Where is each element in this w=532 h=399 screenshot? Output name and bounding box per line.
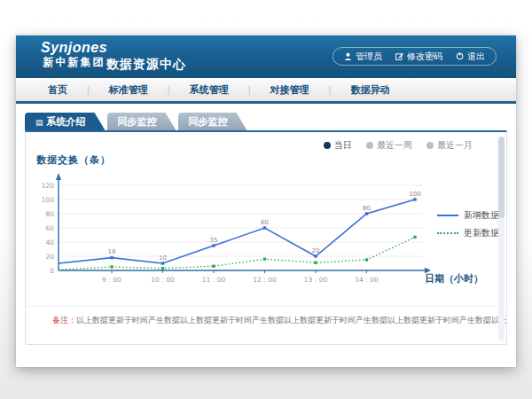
- admin-user-button[interactable]: 管理员: [344, 51, 382, 63]
- radio-last-week-label: 最近一周: [377, 139, 412, 152]
- legend-item-updated-data[interactable]: 更新数据: [437, 224, 499, 242]
- app-header: Synjones 新中新集团 数据资源中心 管理员 修改密码 退出: [16, 35, 516, 78]
- tab-system-intro-label: 系统介绍: [47, 116, 86, 127]
- nav-item-interface-mgmt[interactable]: 对接管理: [251, 78, 329, 101]
- svg-text:20: 20: [312, 247, 320, 254]
- svg-text:11：00: 11：00: [202, 276, 226, 284]
- svg-text:14：00: 14：00: [355, 276, 379, 284]
- chart-legend: 新增数据 更新数据: [437, 207, 499, 242]
- radio-last-month-label: 最近一月: [437, 139, 473, 152]
- svg-text:80: 80: [45, 210, 54, 218]
- svg-text:18: 18: [108, 248, 116, 255]
- svg-text:40: 40: [45, 239, 54, 246]
- svg-text:13：00: 13：00: [304, 276, 328, 284]
- svg-text:35: 35: [210, 237, 218, 244]
- main-nav: 首页 | 标准管理 | 系统管理 | 对接管理 | 数据异动: [16, 78, 516, 104]
- logo-text-en: Synjones: [41, 40, 107, 56]
- svg-text:100: 100: [42, 196, 55, 204]
- svg-text:20: 20: [45, 253, 54, 261]
- green-dotted-sample-icon: [437, 232, 458, 234]
- footnote: 备注：以上数据更新于时间产生数据以上数据更新于时间产生数据以上数据更新于时间产生…: [26, 306, 506, 326]
- svg-text:60: 60: [45, 224, 54, 232]
- admin-user-label: 管理员: [356, 51, 382, 63]
- change-password-label: 修改密码: [407, 51, 442, 63]
- chart-panel: 当日 最近一周 最近一月 数据交换（条） 0204060801001209：00…: [25, 130, 507, 345]
- tab-sync-monitor-1-label: 同步监控: [118, 116, 157, 127]
- radio-last-month[interactable]: 最近一月: [426, 139, 473, 152]
- line-chart: 0204060801001209：0010：0011：0012：0013：001…: [33, 166, 494, 290]
- radio-today-label: 当日: [334, 139, 352, 152]
- edit-icon: [395, 52, 403, 60]
- svg-text:120: 120: [42, 182, 55, 190]
- tab-system-intro[interactable]: ▤系统介绍: [25, 113, 106, 130]
- change-password-button[interactable]: 修改密码: [395, 51, 442, 63]
- radio-dot-icon: [366, 142, 373, 149]
- nav-item-home[interactable]: 首页: [28, 78, 87, 101]
- radio-last-week[interactable]: 最近一周: [366, 139, 412, 152]
- x-axis-title: 日期（小时）: [425, 272, 483, 286]
- svg-text:80: 80: [363, 205, 371, 212]
- vertical-scrollbar[interactable]: [498, 137, 505, 340]
- scrollbar-thumb[interactable]: [498, 137, 505, 218]
- power-icon: [456, 52, 464, 60]
- company-logo: Synjones 新中新集团: [41, 40, 107, 69]
- radio-dot-icon: [426, 142, 434, 149]
- tab-sync-monitor-2[interactable]: 同步监控: [178, 113, 247, 130]
- legend-new-data-label: 新增数据: [464, 209, 499, 222]
- user-icon: [344, 52, 352, 60]
- legend-updated-data-label: 更新数据: [464, 227, 499, 239]
- tab-sync-monitor-2-label: 同步监控: [189, 116, 228, 127]
- blue-line-sample-icon: [437, 215, 458, 216]
- time-range-filter: 当日 最近一周 最近一月: [324, 139, 473, 152]
- radio-dot-icon: [324, 142, 331, 149]
- nav-item-data-change[interactable]: 数据异动: [331, 78, 409, 101]
- user-menu: 管理员 修改密码 退出: [332, 47, 497, 66]
- tab-bar: ▤系统介绍 同步监控 同步监控: [25, 113, 516, 130]
- svg-text:100: 100: [409, 191, 420, 198]
- nav-item-standard-mgmt[interactable]: 标准管理: [90, 78, 168, 101]
- footnote-text: 以上数据更新于时间产生数据以上数据更新于时间产生数据以上数据更新于时间产生数据以…: [76, 316, 506, 325]
- logout-button[interactable]: 退出: [456, 51, 485, 63]
- nav-item-system-mgmt[interactable]: 系统管理: [170, 78, 248, 101]
- y-axis-title: 数据交换（条）: [36, 153, 111, 167]
- page-title: 数据资源中心: [106, 57, 186, 73]
- svg-text:10: 10: [159, 254, 167, 262]
- svg-text:10：00: 10：00: [151, 276, 175, 284]
- svg-text:0: 0: [50, 267, 54, 275]
- footnote-prefix: 备注：: [52, 316, 76, 325]
- legend-item-new-data[interactable]: 新增数据: [437, 207, 499, 224]
- svg-text:12：00: 12：00: [253, 276, 277, 284]
- logout-label: 退出: [467, 51, 485, 63]
- svg-text:9：00: 9：00: [102, 276, 121, 284]
- radio-today[interactable]: 当日: [324, 139, 352, 152]
- logo-text-cn: 新中新集团: [41, 56, 107, 69]
- document-icon: ▤: [35, 118, 43, 127]
- svg-text:60: 60: [261, 219, 269, 226]
- tab-sync-monitor-1[interactable]: 同步监控: [107, 113, 176, 130]
- app-window: Synjones 新中新集团 数据资源中心 管理员 修改密码 退出: [16, 35, 516, 367]
